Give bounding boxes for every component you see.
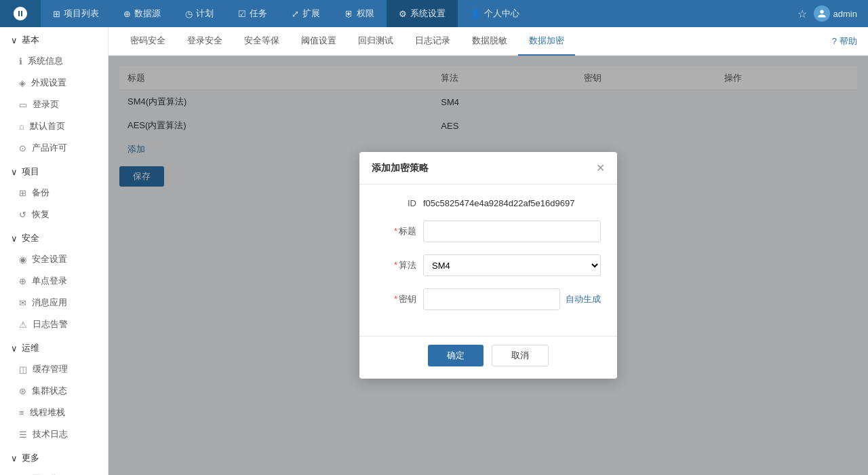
id-label: ID: [376, 198, 416, 208]
sidebar-item-backup[interactable]: ⊞ 备份: [0, 182, 108, 204]
key-input-group: 自动生成: [423, 288, 601, 310]
expand-icon: ⤢: [292, 9, 299, 19]
info-icon: ℹ: [19, 56, 22, 66]
chevron-down-icon-4: ∨: [11, 343, 18, 354]
modal-close-button[interactable]: ✕: [596, 162, 605, 174]
sidebar-item-thread[interactable]: ≡ 线程堆栈: [0, 402, 108, 423]
form-row-id: ID f05c5825474e4a9284d22af5e16d9697: [376, 198, 601, 208]
nav-task[interactable]: ☑ 任务: [226, 0, 279, 27]
thread-icon: ≡: [19, 408, 24, 418]
sidebar-item-tech-log[interactable]: ☰ 技术日志: [0, 423, 108, 445]
key-label: 密钥: [376, 293, 416, 305]
sub-nav-tabs: 密码安全 登录安全 安全等保 阈值设置 回归测试 日志记录 数据: [119, 27, 575, 55]
sidebar-item-restore[interactable]: ↺ 恢复: [0, 204, 108, 225]
nav-permission[interactable]: ⛨ 权限: [332, 0, 387, 27]
chevron-down-icon-2: ∨: [11, 167, 18, 177]
log-icon: ☰: [19, 430, 27, 440]
task-icon: ☑: [238, 9, 246, 19]
sidebar-item-cluster[interactable]: ⊛ 集群状态: [0, 380, 108, 402]
algorithm-label: 算法: [376, 259, 416, 271]
sidebar-item-system-info[interactable]: ℹ 系统信息: [0, 50, 108, 72]
algorithm-select[interactable]: SM4 AES: [423, 254, 601, 276]
sidebar-section-basic: ∨ 基本 ℹ 系统信息 ◈ 外观设置 ▭ 登录页 ⌂ 默认首页 ⊙ 产品许可: [0, 27, 108, 159]
sidebar-section-project: ∨ 项目 ⊞ 备份 ↺ 恢复: [0, 159, 108, 225]
nav-personal[interactable]: 👤 个人中心: [458, 0, 532, 27]
form-row-title: 标题: [376, 221, 601, 242]
top-nav-items: ⊞ 项目列表 ⊕ 数据源 ◷ 计划 ☑ 任务 ⤢ 扩展 ⛨ 权限 ⚙ 系统设置 …: [41, 0, 787, 27]
sidebar-item-single-login[interactable]: ⊕ 单点登录: [0, 270, 108, 292]
tab-log-records[interactable]: 日志记录: [404, 27, 461, 56]
sidebar-item-appearance[interactable]: ◈ 外观设置: [0, 72, 108, 94]
monitor-icon: ▭: [19, 100, 27, 110]
sidebar-item-cache[interactable]: ◫ 缓存管理: [0, 358, 108, 380]
tab-security-level[interactable]: 安全等保: [233, 27, 290, 56]
help-button[interactable]: ? 帮助: [832, 35, 857, 48]
sidebar-item-security-settings[interactable]: ◉ 安全设置: [0, 248, 108, 270]
sidebar-section-basic-title[interactable]: ∨ 基本: [0, 27, 108, 50]
gear-icon: ⚙: [399, 9, 407, 19]
alert-icon: ⚠: [19, 320, 27, 330]
database-icon: ⊕: [123, 9, 131, 19]
sidebar-item-login-page[interactable]: ▭ 登录页: [0, 94, 108, 115]
add-encrypt-modal: 添加加密策略 ✕ ID f05c5825474e4a9284d22af5e16d…: [359, 152, 617, 379]
tab-data-desensitize[interactable]: 数据脱敏: [461, 27, 518, 56]
form-row-key: 密钥 自动生成: [376, 288, 601, 310]
sidebar-section-ops: ∨ 运维 ◫ 缓存管理 ⊛ 集群状态 ≡ 线程堆栈 ☰ 技术日志: [0, 335, 108, 445]
chevron-down-icon-3: ∨: [11, 233, 18, 244]
page-body: 标题 算法 密钥 操作 SM4(内置算法) SM4: [108, 56, 868, 475]
nav-system[interactable]: ⚙ 系统设置: [387, 0, 458, 27]
login-icon: ⊕: [19, 276, 26, 286]
tab-login-security[interactable]: 登录安全: [176, 27, 233, 56]
modal-title: 添加加密策略: [372, 162, 429, 174]
sidebar-section-more: ∨ 更多 ⊕ 国际化 ⊞ 外部服务: [0, 445, 108, 475]
form-row-algorithm: 算法 SM4 AES: [376, 254, 601, 276]
user-icon: 👤: [470, 9, 481, 19]
sidebar-item-default-home[interactable]: ⌂ 默认首页: [0, 115, 108, 137]
cluster-icon: ⊛: [19, 386, 26, 396]
sidebar-section-project-title[interactable]: ∨ 项目: [0, 159, 108, 182]
sidebar-item-log-alert[interactable]: ⚠ 日志告警: [0, 314, 108, 335]
tab-password-security[interactable]: 密码安全: [119, 27, 176, 56]
confirm-button[interactable]: 确定: [428, 345, 484, 366]
tab-regression[interactable]: 回归测试: [347, 27, 404, 56]
key-input[interactable]: [423, 288, 560, 310]
sidebar-item-i18n[interactable]: ⊕ 国际化: [0, 468, 108, 475]
nav-data[interactable]: ⊕ 数据源: [111, 0, 173, 27]
chevron-down-icon-5: ∨: [11, 453, 18, 463]
layout: ∨ 基本 ℹ 系统信息 ◈ 外观设置 ▭ 登录页 ⌂ 默认首页 ⊙ 产品许可: [0, 27, 868, 475]
license-icon: ⊙: [19, 143, 26, 153]
sidebar-section-ops-title[interactable]: ∨ 运维: [0, 335, 108, 358]
tab-threshold[interactable]: 阈值设置: [290, 27, 347, 56]
favorite-icon[interactable]: ☆: [797, 7, 807, 20]
sidebar-section-more-title[interactable]: ∨ 更多: [0, 445, 108, 468]
nav-project-list[interactable]: ⊞ 项目列表: [41, 0, 111, 27]
title-input[interactable]: [423, 221, 601, 242]
nav-expand[interactable]: ⤢ 扩展: [279, 0, 332, 27]
chevron-down-icon: ∨: [11, 35, 18, 45]
sidebar-section-security-title[interactable]: ∨ 安全: [0, 225, 108, 248]
logo-icon: [12, 5, 28, 22]
cancel-button[interactable]: 取消: [492, 345, 549, 366]
top-nav-right: ☆ admin: [787, 5, 868, 22]
home-icon: ⊞: [53, 9, 60, 19]
cache-icon: ◫: [19, 364, 27, 375]
main-content: 密码安全 登录安全 安全等保 阈值设置 回归测试 日志记录 数据: [108, 27, 868, 475]
sidebar-item-product-license[interactable]: ⊙ 产品许可: [0, 137, 108, 159]
calendar-icon: ◷: [185, 9, 193, 19]
backup-icon: ⊞: [19, 188, 26, 198]
sub-nav: 密码安全 登录安全 安全等保 阈值设置 回归测试 日志记录 数据: [108, 27, 868, 56]
shield-icon: ⛨: [344, 9, 353, 19]
nav-plan[interactable]: ◷ 计划: [173, 0, 226, 27]
modal-body: ID f05c5825474e4a9284d22af5e16d9697 标题 算…: [359, 185, 617, 336]
security-icon: ◉: [19, 254, 26, 265]
user-area[interactable]: admin: [814, 5, 857, 22]
id-value: f05c5825474e4a9284d22af5e16d9697: [423, 198, 601, 208]
sidebar-section-security: ∨ 安全 ◉ 安全设置 ⊕ 单点登录 ✉ 消息应用 ⚠ 日志告警: [0, 225, 108, 335]
modal-header: 添加加密策略 ✕: [359, 152, 617, 185]
tab-data-encrypt[interactable]: 数据加密: [518, 27, 575, 56]
modal-overlay: 添加加密策略 ✕ ID f05c5825474e4a9284d22af5e16d…: [108, 56, 868, 475]
avatar: [814, 5, 830, 22]
modal-footer: 确定 取消: [359, 336, 617, 379]
sidebar-item-message-app[interactable]: ✉ 消息应用: [0, 292, 108, 314]
auto-generate-link[interactable]: 自动生成: [566, 293, 601, 305]
